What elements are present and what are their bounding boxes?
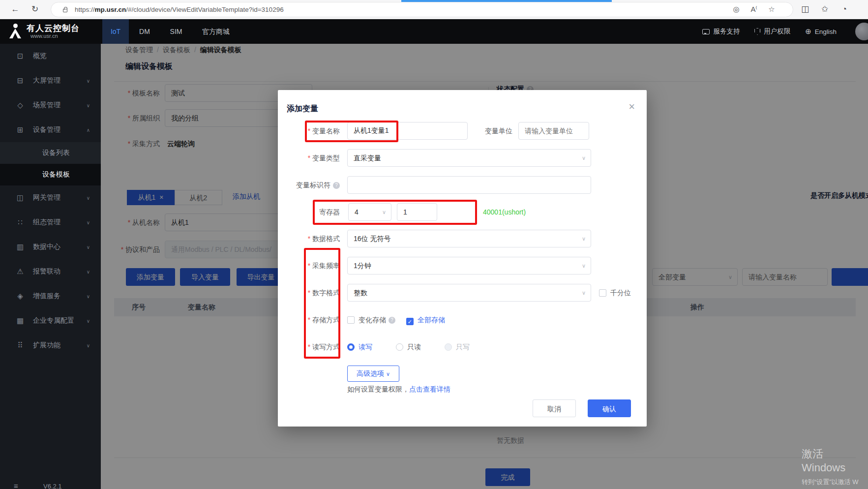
language-switch[interactable]: ⊕English	[805, 27, 837, 36]
rw-options: 读写 只读 只写	[347, 338, 470, 356]
version-label: V6.2.1	[43, 483, 62, 489]
nav-tab-sim[interactable]: SIM	[160, 19, 192, 44]
sidebar: ⊡概览 ⊟大屏管理∨ ◇场景管理∨ ⊞设备管理∧ 设备列表 设备模板 ◫网关管理…	[0, 44, 101, 489]
help-icon[interactable]: ?	[333, 182, 340, 189]
split-screen-icon[interactable]: ◫	[799, 3, 811, 16]
sidebar-item-alarm[interactable]: ⚠报警联动∨	[0, 259, 101, 284]
permission-label: 用户权限	[764, 27, 790, 36]
storage-all-label: 全部存储	[418, 316, 445, 324]
sidebar-item-enterprise[interactable]: ▦企业专属配置∨	[0, 308, 101, 333]
variable-identifier-input[interactable]	[347, 176, 591, 194]
sidebar-item-extension[interactable]: ⠿扩展功能∨	[0, 333, 101, 358]
thousand-label: 千分位	[610, 289, 631, 297]
usr-logo-icon	[8, 24, 23, 39]
chevron-down-icon: ∨	[386, 371, 390, 377]
gem-icon: ◈	[16, 292, 24, 301]
back-button[interactable]: ←	[9, 3, 22, 16]
sidebar-item-gateway[interactable]: ◫网关管理∨	[0, 185, 101, 210]
sidebar-item-screen[interactable]: ⊟大屏管理∨	[0, 68, 101, 93]
nav-tab-iot[interactable]: IoT	[102, 19, 129, 44]
watermark-line1: 激活 Windows	[802, 447, 868, 474]
variable-type-label: 变量类型	[278, 149, 340, 167]
nav-tab-mall[interactable]: 官方商城	[192, 19, 240, 44]
storage-change-checkbox[interactable]: 变化存储	[347, 316, 386, 324]
rw-mode-label: 读写方式	[278, 338, 340, 356]
collect-frequency-select[interactable]: 1分钟∨	[347, 257, 591, 275]
chevron-down-icon: ∨	[87, 318, 90, 324]
url-protocol: https://	[75, 6, 95, 13]
sidebar-item-device-template[interactable]: 设备模板	[0, 164, 101, 185]
avatar[interactable]	[855, 23, 868, 40]
register-label: 寄存器	[278, 203, 340, 221]
advanced-options-button[interactable]: 高级选项 ∨	[347, 366, 399, 382]
overview-icon: ⊡	[16, 52, 24, 61]
address-bar[interactable]: https://mp.usr.cn/#/cloud/device/ViewEdi…	[51, 2, 793, 17]
radio-write-only[interactable]: 只写	[445, 343, 470, 351]
sidebar-label: 数据中心	[33, 243, 60, 251]
chevron-down-icon: ∨	[87, 103, 90, 108]
register-hint: 40001(ushort)	[483, 203, 526, 221]
sidebar-label: 概览	[33, 52, 47, 61]
radio-icon	[396, 343, 403, 351]
support-link[interactable]: 服务支持	[702, 27, 740, 36]
radio-read-write[interactable]: 读写	[347, 343, 372, 351]
sidebar-label: 组态管理	[33, 218, 60, 227]
number-format-select[interactable]: 整数∨	[347, 284, 591, 302]
rw-read-text: 只读	[407, 343, 421, 351]
checkbox-icon	[599, 289, 606, 297]
refresh-button[interactable]: ↻	[29, 3, 41, 16]
sidebar-item-overview[interactable]: ⊡概览	[0, 44, 101, 68]
storage-mode-label: 存储方式	[278, 311, 340, 329]
variable-type-select[interactable]: 直采变量∨	[347, 149, 591, 167]
collapse-sidebar-icon[interactable]: ≡	[14, 482, 18, 489]
support-label: 服务支持	[713, 27, 740, 36]
nav-tab-dm[interactable]: DM	[129, 19, 160, 44]
site-url[interactable]: https://mp.usr.cn/#/cloud/device/ViewEdi…	[75, 6, 284, 13]
chevron-down-icon: ∨	[87, 220, 90, 225]
sidebar-item-device[interactable]: ⊞设备管理∧	[0, 118, 101, 142]
checkbox-checked-icon: ✓	[406, 318, 414, 325]
chat-icon	[702, 29, 710, 34]
sidebar-item-device-list[interactable]: 设备列表	[0, 142, 101, 164]
sidebar-item-vas[interactable]: ◈增值服务∨	[0, 284, 101, 308]
register-address-input[interactable]	[397, 203, 437, 221]
read-aloud-icon[interactable]: A⦅	[748, 5, 759, 13]
sidebar-item-scene[interactable]: ◇场景管理∨	[0, 93, 101, 118]
data-format-select[interactable]: 16位 无符号∨	[347, 230, 591, 247]
browser-extra-icon[interactable]: ◔	[838, 3, 851, 16]
sidebar-label: 设备管理	[33, 125, 60, 134]
chevron-down-icon: ∨	[87, 195, 90, 201]
storage-all-checkbox[interactable]: ✓全部存储	[406, 316, 445, 324]
screen-icon: ⊟	[16, 76, 24, 85]
variable-name-input[interactable]	[347, 122, 468, 140]
confirm-button[interactable]: 确认	[588, 399, 631, 417]
close-icon[interactable]: ×	[629, 102, 635, 112]
chevron-down-icon: ∨	[87, 294, 90, 299]
sidebar-item-hmi[interactable]: ∷组态管理∨	[0, 210, 101, 235]
location-icon[interactable]: ◎	[731, 5, 742, 14]
windows-watermark: 激活 Windows 转到“设置”以激活 W	[802, 447, 868, 487]
variable-unit-input[interactable]	[518, 122, 589, 140]
sidebar-item-data-center[interactable]: ▥数据中心∨	[0, 235, 101, 259]
language-label: English	[815, 28, 837, 35]
chevron-down-icon: ∨	[582, 284, 586, 301]
collections-icon[interactable]: ✩	[818, 3, 831, 16]
chevron-down-icon: ∨	[582, 257, 586, 274]
favorite-icon[interactable]: ☆	[766, 5, 777, 14]
cancel-button[interactable]: 取消	[533, 399, 576, 417]
shield-icon	[754, 28, 760, 35]
register-type-select[interactable]: 4∨	[348, 203, 391, 221]
device-submenu: 设备列表 设备模板	[0, 142, 101, 185]
brand-subtitle: www.usr.cn	[30, 33, 58, 39]
help-icon[interactable]: ?	[389, 317, 395, 324]
view-details-link[interactable]: 点击查看详情	[409, 385, 450, 393]
variable-name-label: 变量名称	[278, 122, 340, 140]
brand[interactable]: 有人云控制台 www.usr.cn	[0, 19, 101, 44]
thousand-separator-checkbox[interactable]: 千分位	[599, 284, 631, 302]
url-host: mp.usr.cn	[95, 6, 126, 13]
add-variable-dialog: 添加变量 × 变量名称 变量单位 变量类型 直采变量∨ 变量标识符? 寄存器 4…	[278, 90, 647, 427]
radio-read-only[interactable]: 只读	[396, 343, 421, 351]
permission-link[interactable]: 用户权限	[754, 27, 790, 36]
brand-title: 有人云控制台	[27, 23, 80, 34]
sidebar-label: 场景管理	[33, 101, 60, 110]
